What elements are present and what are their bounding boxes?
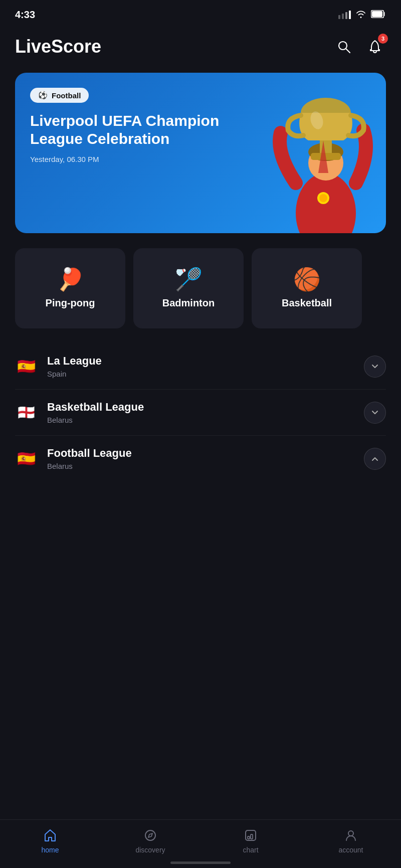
sport-card-basketball[interactable]: 🏀 Basketball bbox=[252, 248, 362, 328]
hero-tag-text: Football bbox=[52, 91, 81, 100]
basketball-league-name: Basketball League bbox=[47, 401, 364, 414]
la-league-expand-button[interactable] bbox=[364, 356, 386, 378]
nav-item-discovery[interactable]: discovery bbox=[125, 828, 175, 854]
hero-content: ⚽ Football Liverpool UEFA Champion Leagu… bbox=[30, 88, 235, 163]
sports-categories: 🏓 Ping-pong 🏸 Badminton 🏀 Basketball bbox=[0, 233, 401, 328]
person-icon bbox=[343, 828, 358, 843]
league-item-la-league[interactable]: 🇪🇸 La League Spain bbox=[15, 343, 386, 390]
basketball-emoji: 🏀 bbox=[293, 268, 321, 290]
football-league-flag: 🇪🇸 bbox=[15, 450, 37, 467]
svg-point-12 bbox=[319, 194, 327, 202]
notification-badge: 3 bbox=[378, 34, 388, 44]
hero-title: Liverpool UEFA Champion League Celebrati… bbox=[30, 112, 235, 148]
wifi-icon bbox=[355, 10, 367, 21]
football-league-collapse-button[interactable] bbox=[364, 448, 386, 470]
notification-button[interactable]: 3 bbox=[364, 36, 386, 58]
svg-rect-1 bbox=[372, 11, 382, 17]
svg-point-13 bbox=[145, 830, 155, 840]
nav-item-account[interactable]: account bbox=[326, 828, 376, 854]
bottom-nav: home discovery chart bbox=[0, 819, 401, 868]
la-league-flag: 🇪🇸 bbox=[15, 358, 37, 375]
status-bar: 4:33 bbox=[0, 0, 401, 26]
chart-label: chart bbox=[243, 846, 258, 854]
ping-pong-label: Ping-pong bbox=[46, 297, 95, 309]
nav-item-home[interactable]: home bbox=[25, 828, 75, 854]
sport-card-badminton[interactable]: 🏸 Badminton bbox=[133, 248, 244, 328]
header-actions: 3 bbox=[333, 36, 386, 58]
football-league-country: Belarus bbox=[47, 462, 364, 470]
nav-item-chart[interactable]: chart bbox=[226, 828, 276, 854]
svg-line-3 bbox=[346, 49, 350, 53]
la-league-country: Spain bbox=[47, 370, 364, 378]
football-league-info: Football League Belarus bbox=[47, 447, 364, 470]
basketball-league-info: Basketball League Belarus bbox=[47, 401, 364, 424]
app-title: LiveScore bbox=[15, 36, 101, 57]
basketball-league-flag: 🏴󠁧󠁢󠁥󠁮󠁧󠁿 bbox=[15, 404, 37, 421]
league-item-basketball-league[interactable]: 🏴󠁧󠁢󠁥󠁮󠁧󠁿 Basketball League Belarus bbox=[15, 390, 386, 436]
account-label: account bbox=[338, 846, 363, 854]
app-header: LiveScore 3 bbox=[0, 26, 401, 68]
home-icon bbox=[43, 828, 58, 843]
sport-card-ping-pong[interactable]: 🏓 Ping-pong bbox=[15, 248, 125, 328]
home-label: home bbox=[41, 846, 59, 854]
hero-banner[interactable]: ⚽ Football Liverpool UEFA Champion Leagu… bbox=[15, 73, 386, 233]
league-list: 🇪🇸 La League Spain 🏴󠁧󠁢󠁥󠁮󠁧󠁿 Basketball Le… bbox=[0, 328, 401, 481]
basketball-league-expand-button[interactable] bbox=[364, 402, 386, 424]
compass-icon bbox=[143, 828, 158, 843]
svg-rect-16 bbox=[251, 834, 253, 839]
svg-rect-15 bbox=[248, 836, 250, 839]
chart-icon bbox=[243, 828, 258, 843]
hero-tag: ⚽ Football bbox=[30, 88, 89, 103]
badminton-label: Badminton bbox=[162, 297, 215, 309]
ping-pong-emoji: 🏓 bbox=[57, 268, 84, 290]
hero-tag-emoji: ⚽ bbox=[38, 91, 48, 100]
league-item-football-league[interactable]: 🇪🇸 Football League Belarus bbox=[15, 436, 386, 481]
svg-point-18 bbox=[348, 831, 353, 836]
status-time: 4:33 bbox=[15, 9, 35, 21]
hero-time: Yesterday, 06.30 PM bbox=[30, 155, 235, 163]
signal-icon bbox=[338, 11, 351, 19]
basketball-label: Basketball bbox=[282, 297, 332, 309]
search-button[interactable] bbox=[333, 36, 355, 58]
badminton-emoji: 🏸 bbox=[175, 268, 203, 290]
la-league-info: La League Spain bbox=[47, 355, 364, 378]
hero-illustration bbox=[236, 73, 386, 233]
battery-icon bbox=[371, 10, 386, 20]
discovery-label: discovery bbox=[135, 846, 165, 854]
status-icons bbox=[338, 10, 386, 21]
home-indicator bbox=[170, 861, 231, 864]
basketball-league-country: Belarus bbox=[47, 416, 364, 424]
la-league-name: La League bbox=[47, 355, 364, 368]
football-league-name: Football League bbox=[47, 447, 364, 460]
